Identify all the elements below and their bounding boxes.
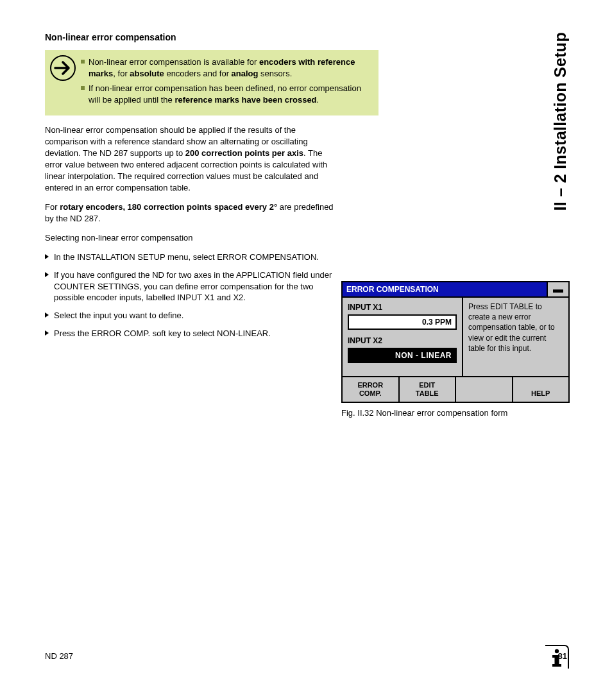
text: encoders and for (164, 69, 232, 78)
softkey-edit-table[interactable]: EDITTABLE (400, 377, 457, 402)
text: ERROR (357, 381, 383, 389)
softkey-row: ERRORCOMP. EDITTABLE HELP (343, 377, 568, 402)
label-input-x1: INPUT X1 (348, 303, 457, 312)
body-text: Non-linear error compensation should be … (45, 124, 334, 339)
page-body: II – 2 Installation Setup Non-linear err… (45, 32, 567, 667)
form-titlebar: ERROR COMPENSATION ▬ (343, 282, 568, 298)
text-bold: reference marks have been crossed (174, 95, 316, 105)
figure-caption: Fig. II.32 Non-linear error compensation… (341, 408, 567, 418)
text-bold: 200 correction points per axis (185, 148, 303, 158)
softkey-empty (456, 377, 513, 402)
softkey-help[interactable]: HELP (513, 377, 569, 402)
svg-rect-3 (552, 664, 561, 667)
text: For (45, 202, 60, 212)
svg-rect-2 (552, 655, 557, 658)
paragraph: For rotary encoders, 180 correction poin… (45, 201, 334, 225)
softkey-error-comp[interactable]: ERRORCOMP. (343, 377, 400, 402)
label-input-x2: INPUT X2 (348, 336, 457, 345)
arrow-right-icon (50, 55, 76, 81)
paragraph: Selecting non-linear error compensation (45, 232, 334, 244)
step-item: Press the ERROR COMP. soft key to select… (45, 328, 334, 339)
footer-product: ND 287 (45, 651, 73, 661)
text: Non-linear error compensation is availab… (89, 57, 259, 67)
value-input-x2: NON - LINEAR (348, 348, 457, 363)
text: HELP (531, 389, 550, 397)
text: , for (113, 69, 130, 78)
text-bold: rotary encoders, 180 correction points s… (60, 202, 277, 212)
step-item: In the INSTALLATION SETUP menu, select E… (45, 252, 334, 263)
text: TABLE (416, 389, 439, 397)
step-item: Select the input you want to define. (45, 310, 334, 321)
form-title: ERROR COMPENSATION (343, 282, 548, 298)
callout-item: If non-linear error compensation has bee… (81, 83, 370, 105)
svg-point-0 (555, 649, 559, 653)
step-item: If you have configured the ND for two ax… (45, 269, 334, 304)
section-side-title: II – 2 Installation Setup (551, 32, 570, 210)
note-callout: Non-linear error compensation is availab… (45, 50, 378, 115)
text: COMP. (359, 389, 382, 397)
text: . (317, 95, 319, 105)
minimize-icon: ▬ (548, 282, 568, 298)
page-footer: ND 287 81 (45, 651, 567, 661)
step-list: In the INSTALLATION SETUP menu, select E… (45, 252, 334, 340)
text-bold: absolute (130, 69, 164, 78)
form-left-column: INPUT X1 0.3 PPM INPUT X2 NON - LINEAR (343, 298, 463, 376)
text: sensors. (259, 69, 293, 78)
text-bold: analog (232, 69, 259, 78)
form-hint-text: Press EDIT TABLE to create a new error c… (463, 298, 568, 376)
figure-error-comp: ERROR COMPENSATION ▬ INPUT X1 0.3 PPM IN… (341, 281, 567, 418)
heading-nonlinear: Non-linear error compensation (45, 32, 567, 42)
value-input-x1: 0.3 PPM (348, 314, 457, 330)
text: EDIT (419, 381, 435, 389)
form-panel: ERROR COMPENSATION ▬ INPUT X1 0.3 PPM IN… (341, 281, 570, 403)
info-icon (543, 643, 571, 671)
callout-item: Non-linear error compensation is availab… (81, 56, 370, 79)
paragraph: Non-linear error compensation should be … (45, 124, 334, 194)
